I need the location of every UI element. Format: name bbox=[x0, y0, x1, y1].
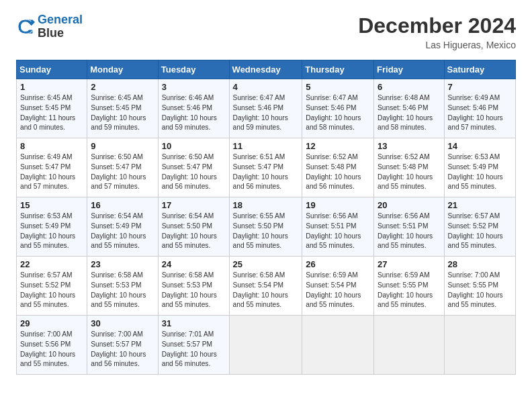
calendar-week-row: 15Sunrise: 6:53 AMSunset: 5:49 PMDayligh… bbox=[17, 197, 516, 257]
calendar: SundayMondayTuesdayWednesdayThursdayFrid… bbox=[16, 60, 516, 375]
day-number: 8 bbox=[20, 141, 83, 151]
day-info: Sunrise: 6:54 AMSunset: 5:50 PMDaylight:… bbox=[162, 212, 226, 251]
calendar-day-cell: 7Sunrise: 6:49 AMSunset: 5:46 PMDaylight… bbox=[444, 79, 515, 138]
day-number: 29 bbox=[20, 318, 83, 328]
calendar-day-cell: 2Sunrise: 6:45 AMSunset: 5:45 PMDaylight… bbox=[87, 79, 159, 138]
day-info: Sunrise: 6:47 AMSunset: 5:46 PMDaylight:… bbox=[306, 93, 370, 133]
day-number: 24 bbox=[162, 259, 226, 269]
calendar-day-cell: 28Sunrise: 7:00 AMSunset: 5:55 PMDayligh… bbox=[444, 257, 515, 316]
day-info: Sunrise: 7:00 AMSunset: 5:55 PMDaylight:… bbox=[448, 271, 512, 310]
calendar-day-cell: 18Sunrise: 6:55 AMSunset: 5:50 PMDayligh… bbox=[229, 197, 302, 257]
calendar-day-cell: 1Sunrise: 6:45 AMSunset: 5:45 PMDaylight… bbox=[17, 79, 87, 138]
day-info: Sunrise: 6:55 AMSunset: 5:50 PMDaylight:… bbox=[233, 212, 299, 251]
calendar-day-cell: 3Sunrise: 6:46 AMSunset: 5:46 PMDaylight… bbox=[158, 79, 229, 138]
day-info: Sunrise: 7:01 AMSunset: 5:57 PMDaylight:… bbox=[162, 330, 226, 369]
calendar-day-cell: 26Sunrise: 6:59 AMSunset: 5:54 PMDayligh… bbox=[302, 257, 374, 316]
logo-text: General Blue bbox=[38, 13, 83, 40]
day-info: Sunrise: 7:00 AMSunset: 5:57 PMDaylight:… bbox=[91, 330, 154, 369]
calendar-header-row: SundayMondayTuesdayWednesdayThursdayFrid… bbox=[17, 60, 516, 79]
day-number: 10 bbox=[162, 141, 226, 151]
calendar-day-cell: 16Sunrise: 6:54 AMSunset: 5:49 PMDayligh… bbox=[87, 197, 159, 257]
calendar-day-cell: 8Sunrise: 6:49 AMSunset: 5:47 PMDaylight… bbox=[17, 138, 87, 197]
day-info: Sunrise: 6:54 AMSunset: 5:49 PMDaylight:… bbox=[91, 212, 154, 251]
day-number: 1 bbox=[20, 82, 83, 92]
title-block: December 2024 Las Higueras, Mexico bbox=[358, 13, 516, 50]
calendar-day-cell: 13Sunrise: 6:52 AMSunset: 5:48 PMDayligh… bbox=[374, 138, 445, 197]
day-info: Sunrise: 6:57 AMSunset: 5:52 PMDaylight:… bbox=[448, 212, 512, 251]
day-number: 6 bbox=[378, 82, 441, 92]
location: Las Higueras, Mexico bbox=[358, 40, 516, 50]
day-info: Sunrise: 6:48 AMSunset: 5:46 PMDaylight:… bbox=[378, 93, 441, 133]
day-info: Sunrise: 6:59 AMSunset: 5:55 PMDaylight:… bbox=[378, 271, 441, 310]
calendar-day-cell: 22Sunrise: 6:57 AMSunset: 5:52 PMDayligh… bbox=[17, 257, 87, 316]
weekday-header: Tuesday bbox=[158, 60, 229, 79]
day-number: 17 bbox=[162, 200, 226, 210]
day-info: Sunrise: 6:52 AMSunset: 5:48 PMDaylight:… bbox=[306, 152, 370, 192]
logo-icon bbox=[16, 17, 35, 36]
calendar-day-cell: 20Sunrise: 6:56 AMSunset: 5:51 PMDayligh… bbox=[374, 197, 445, 257]
weekday-header: Thursday bbox=[302, 60, 374, 79]
day-number: 9 bbox=[91, 141, 154, 151]
day-info: Sunrise: 6:56 AMSunset: 5:51 PMDaylight:… bbox=[306, 212, 370, 251]
day-number: 20 bbox=[378, 200, 441, 210]
day-info: Sunrise: 6:57 AMSunset: 5:52 PMDaylight:… bbox=[20, 271, 83, 310]
day-number: 28 bbox=[448, 259, 512, 269]
day-info: Sunrise: 6:46 AMSunset: 5:46 PMDaylight:… bbox=[162, 93, 226, 133]
day-info: Sunrise: 6:58 AMSunset: 5:54 PMDaylight:… bbox=[233, 271, 299, 310]
weekday-header: Saturday bbox=[444, 60, 515, 79]
calendar-day-cell: 30Sunrise: 7:00 AMSunset: 5:57 PMDayligh… bbox=[87, 316, 159, 375]
day-info: Sunrise: 6:50 AMSunset: 5:47 PMDaylight:… bbox=[91, 152, 154, 192]
day-info: Sunrise: 6:53 AMSunset: 5:49 PMDaylight:… bbox=[448, 152, 512, 192]
day-number: 2 bbox=[91, 82, 154, 92]
day-info: Sunrise: 7:00 AMSunset: 5:56 PMDaylight:… bbox=[20, 330, 83, 369]
calendar-day-cell bbox=[302, 316, 374, 375]
weekday-header: Wednesday bbox=[229, 60, 302, 79]
calendar-day-cell: 29Sunrise: 7:00 AMSunset: 5:56 PMDayligh… bbox=[17, 316, 87, 375]
day-number: 7 bbox=[448, 82, 512, 92]
day-info: Sunrise: 6:49 AMSunset: 5:47 PMDaylight:… bbox=[20, 152, 83, 192]
calendar-day-cell: 23Sunrise: 6:58 AMSunset: 5:53 PMDayligh… bbox=[87, 257, 159, 316]
day-number: 19 bbox=[306, 200, 370, 210]
calendar-day-cell bbox=[444, 316, 515, 375]
weekday-header: Monday bbox=[87, 60, 159, 79]
logo-line2: Blue bbox=[38, 27, 83, 40]
calendar-day-cell: 31Sunrise: 7:01 AMSunset: 5:57 PMDayligh… bbox=[158, 316, 229, 375]
day-info: Sunrise: 6:56 AMSunset: 5:51 PMDaylight:… bbox=[378, 212, 441, 251]
calendar-day-cell: 15Sunrise: 6:53 AMSunset: 5:49 PMDayligh… bbox=[17, 197, 87, 257]
calendar-day-cell: 19Sunrise: 6:56 AMSunset: 5:51 PMDayligh… bbox=[302, 197, 374, 257]
calendar-day-cell: 6Sunrise: 6:48 AMSunset: 5:46 PMDaylight… bbox=[374, 79, 445, 138]
logo: General Blue bbox=[16, 13, 83, 40]
calendar-day-cell: 5Sunrise: 6:47 AMSunset: 5:46 PMDaylight… bbox=[302, 79, 374, 138]
month-title: December 2024 bbox=[358, 13, 516, 38]
calendar-day-cell: 24Sunrise: 6:58 AMSunset: 5:53 PMDayligh… bbox=[158, 257, 229, 316]
day-number: 3 bbox=[162, 82, 226, 92]
day-number: 5 bbox=[306, 82, 370, 92]
day-number: 21 bbox=[448, 200, 512, 210]
day-info: Sunrise: 6:45 AMSunset: 5:45 PMDaylight:… bbox=[20, 93, 83, 133]
page: General Blue December 2024 Las Higueras,… bbox=[0, 0, 532, 385]
calendar-day-cell: 27Sunrise: 6:59 AMSunset: 5:55 PMDayligh… bbox=[374, 257, 445, 316]
calendar-day-cell: 14Sunrise: 6:53 AMSunset: 5:49 PMDayligh… bbox=[444, 138, 515, 197]
calendar-day-cell: 9Sunrise: 6:50 AMSunset: 5:47 PMDaylight… bbox=[87, 138, 159, 197]
day-info: Sunrise: 6:51 AMSunset: 5:47 PMDaylight:… bbox=[233, 152, 299, 192]
day-number: 12 bbox=[306, 141, 370, 151]
calendar-day-cell bbox=[229, 316, 302, 375]
day-info: Sunrise: 6:49 AMSunset: 5:46 PMDaylight:… bbox=[448, 93, 512, 133]
day-info: Sunrise: 6:45 AMSunset: 5:45 PMDaylight:… bbox=[91, 93, 154, 133]
day-number: 22 bbox=[20, 259, 83, 269]
day-number: 26 bbox=[306, 259, 370, 269]
logo-line1: General bbox=[38, 13, 83, 26]
day-number: 23 bbox=[91, 259, 154, 269]
day-info: Sunrise: 6:59 AMSunset: 5:54 PMDaylight:… bbox=[306, 271, 370, 310]
day-info: Sunrise: 6:52 AMSunset: 5:48 PMDaylight:… bbox=[378, 152, 441, 192]
calendar-week-row: 22Sunrise: 6:57 AMSunset: 5:52 PMDayligh… bbox=[17, 257, 516, 316]
day-number: 31 bbox=[162, 318, 226, 328]
day-number: 25 bbox=[233, 259, 299, 269]
day-info: Sunrise: 6:50 AMSunset: 5:47 PMDaylight:… bbox=[162, 152, 226, 192]
calendar-day-cell: 11Sunrise: 6:51 AMSunset: 5:47 PMDayligh… bbox=[229, 138, 302, 197]
calendar-day-cell: 4Sunrise: 6:47 AMSunset: 5:46 PMDaylight… bbox=[229, 79, 302, 138]
calendar-week-row: 1Sunrise: 6:45 AMSunset: 5:45 PMDaylight… bbox=[17, 79, 516, 138]
day-info: Sunrise: 6:58 AMSunset: 5:53 PMDaylight:… bbox=[91, 271, 154, 310]
day-number: 27 bbox=[378, 259, 441, 269]
header: General Blue December 2024 Las Higueras,… bbox=[16, 13, 516, 50]
